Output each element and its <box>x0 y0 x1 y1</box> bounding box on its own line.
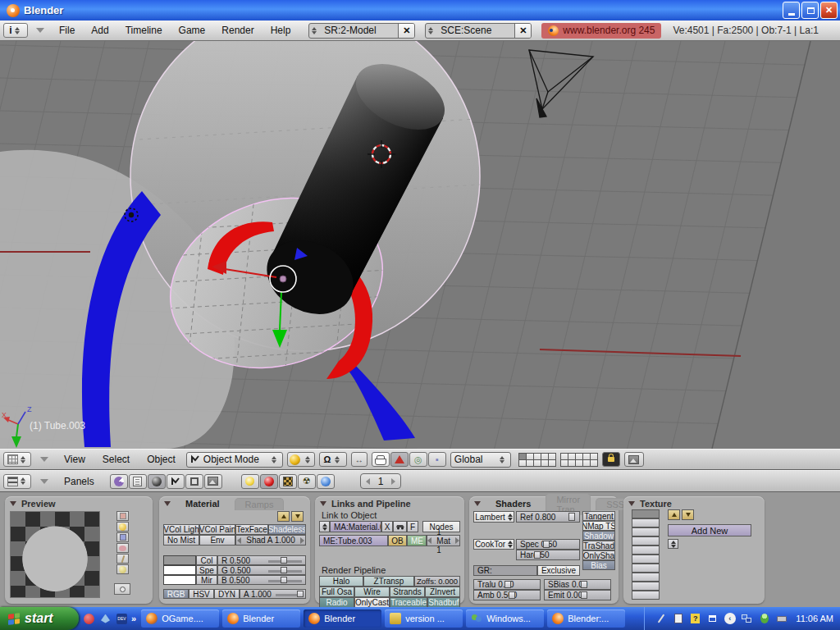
wire-button[interactable]: Wire <box>354 587 390 597</box>
gr-field[interactable]: GR: <box>473 565 537 576</box>
env-button[interactable]: Env <box>199 535 235 546</box>
texture-browse-button[interactable] <box>668 539 678 549</box>
logic-context-button[interactable] <box>110 474 128 489</box>
ob-button[interactable]: OB <box>388 535 408 546</box>
dyn-button[interactable]: DYN <box>214 589 240 599</box>
buttons-type-button[interactable] <box>3 474 31 489</box>
zoffs-field[interactable]: Zoffs: 0.000 <box>414 576 460 587</box>
no-mist-button[interactable]: No Mist <box>163 535 199 546</box>
shading-context-button[interactable] <box>148 474 166 489</box>
frame-next-icon[interactable] <box>391 478 395 485</box>
texture-subcontext-button[interactable] <box>279 474 297 489</box>
pivot-button[interactable]: Ω <box>319 452 347 467</box>
draw-mode-button[interactable] <box>287 452 315 467</box>
ztransp-button[interactable]: ZTransp <box>363 576 414 587</box>
task-blender-3[interactable]: Blender:... <box>547 609 625 628</box>
quicklaunch-aim-icon[interactable] <box>82 612 96 626</box>
screen-name[interactable]: SR:2-Model <box>319 25 398 36</box>
tralu-slider[interactable]: Tralu 0.00 <box>473 579 541 590</box>
menu-help[interactable]: Help <box>264 25 298 36</box>
me-name-field[interactable]: ME:Tube.003 <box>319 535 388 546</box>
menu-game[interactable]: Game <box>172 25 212 36</box>
emit-slider[interactable]: Emit 0.000 <box>544 590 611 600</box>
vp-menu-select[interactable]: Select <box>96 454 136 465</box>
links-collapse-icon[interactable] <box>320 501 326 506</box>
material-copy-button[interactable] <box>277 511 290 522</box>
quicklaunch-messenger-icon[interactable] <box>98 612 112 626</box>
task-windows[interactable]: Windows... <box>466 609 544 628</box>
viewport-type-button[interactable] <box>3 452 31 467</box>
texture-slot-6[interactable] <box>632 555 660 564</box>
spe-button[interactable]: Spe <box>196 565 217 575</box>
scene-unlink-icon[interactable]: ✕ <box>514 23 531 39</box>
viewport-canvas[interactable]: X Z <box>0 41 840 449</box>
texture-copy-button[interactable] <box>668 509 680 520</box>
collapse-triangle-icon[interactable] <box>36 28 44 33</box>
onlysha-button[interactable]: OnlySha <box>582 550 615 560</box>
halo-button[interactable]: Halo <box>319 576 363 587</box>
ma-name-field[interactable]: MA:Material.003 <box>330 521 381 532</box>
manipulator-toggle-button[interactable] <box>372 452 390 467</box>
tray-network-icon[interactable] <box>741 613 753 625</box>
restore-button[interactable] <box>801 2 819 19</box>
preview-flat-button[interactable] <box>116 511 129 521</box>
version-badge[interactable]: www.blender.org 245 <box>541 23 661 39</box>
preview-cube-button[interactable] <box>116 532 129 542</box>
spec-shader-dropdown[interactable]: CookTor <box>473 539 514 550</box>
scale-manipulator-button[interactable]: ▪ <box>428 452 446 467</box>
menu-timeline[interactable]: Timeline <box>119 25 169 36</box>
tray-printer-icon[interactable] <box>775 613 788 625</box>
frame-prev-icon[interactable] <box>366 478 370 485</box>
trashad-button[interactable]: TraShad <box>582 541 615 550</box>
translate-manipulator-button[interactable] <box>390 452 409 467</box>
vp-menu-object[interactable]: Object <box>140 454 182 465</box>
vp-menu-view[interactable]: View <box>57 454 92 465</box>
task-blender-1[interactable]: Blender <box>222 609 300 628</box>
tray-help-icon[interactable]: ? <box>689 613 701 625</box>
ma-fake-user-button[interactable]: F <box>407 521 418 532</box>
viewport-collapse-icon[interactable] <box>40 457 48 462</box>
rotate-manipulator-button[interactable]: ◎ <box>409 452 427 467</box>
layer-buttons-left[interactable] <box>518 453 556 467</box>
col-button[interactable]: Col <box>196 555 217 565</box>
texture-slot-8[interactable] <box>632 573 660 582</box>
mode-dropdown[interactable]: Object Mode <box>186 452 283 468</box>
texture-collapse-icon[interactable] <box>628 501 635 506</box>
preview-osa-button[interactable] <box>114 583 130 595</box>
preview-sky-button[interactable] <box>116 564 129 574</box>
preview-collapse-icon[interactable] <box>10 501 16 506</box>
texture-slot-7[interactable] <box>632 564 660 573</box>
texture-slot-10[interactable] <box>632 591 660 600</box>
tab-material[interactable]: Material <box>176 498 230 509</box>
tray-pen-icon[interactable] <box>655 613 667 625</box>
world-subcontext-button[interactable] <box>317 474 335 489</box>
editing-context-button[interactable] <box>185 474 203 489</box>
texture-slot-4[interactable] <box>632 536 660 546</box>
manipulator-move-button[interactable]: ↔ <box>351 452 368 467</box>
scene-stepper-icon[interactable] <box>426 27 436 34</box>
window-type-button[interactable]: i <box>3 23 28 38</box>
hard-slider[interactable]: Hard:50 <box>516 550 580 560</box>
a-slider[interactable]: A 1.000 <box>240 589 306 599</box>
shad-a-field[interactable]: Shad A 1.000 <box>235 535 306 546</box>
mir-button[interactable]: Mir <box>196 575 217 585</box>
spec-slider[interactable]: Spec 0.50 <box>516 539 580 550</box>
color-swatch-mir[interactable] <box>163 575 196 585</box>
lock-layers-button[interactable] <box>602 452 620 467</box>
add-new-texture-button[interactable]: Add New <box>668 524 751 536</box>
close-button[interactable]: ✕ <box>820 2 838 19</box>
rgb-button[interactable]: RGB <box>163 589 189 599</box>
material-collapse-icon[interactable] <box>164 501 171 506</box>
texture-slot-1[interactable] <box>632 509 660 518</box>
minimize-button[interactable] <box>783 2 800 19</box>
render-preview-button[interactable] <box>624 452 644 467</box>
vcol-paint-button[interactable]: VCol Pain <box>199 524 235 535</box>
color-swatch-col[interactable] <box>163 555 196 565</box>
frame-number-field[interactable]: 1 <box>360 473 402 489</box>
texture-slot-2[interactable] <box>632 518 660 527</box>
lamp-subcontext-button[interactable] <box>241 474 259 489</box>
task-version[interactable]: version ... <box>385 609 463 628</box>
orientation-dropdown[interactable]: Global <box>450 452 511 468</box>
scene-context-button[interactable] <box>204 474 222 489</box>
preview-monkey-button[interactable] <box>116 543 129 553</box>
